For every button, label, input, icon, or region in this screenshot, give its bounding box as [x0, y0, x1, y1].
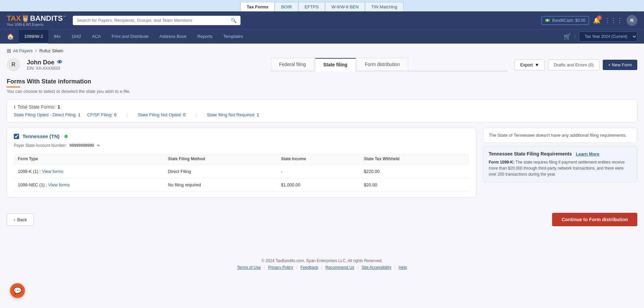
nav-address-book[interactable]: Address Book [154, 30, 192, 44]
pipe-3: | [321, 265, 322, 270]
payer-info: John Doe 👁 EIN: XX-XXXX833 [27, 59, 264, 71]
state-active-dot [64, 135, 68, 138]
withheld-1099k: $220.00 [360, 165, 469, 178]
back-label: Back [17, 217, 27, 222]
footer-links: Terms of Use | Privacy Policy | Feedback… [7, 265, 637, 270]
continue-button[interactable]: Continue to Form distribution [552, 213, 637, 226]
method-1099nec: No filing required [164, 178, 277, 192]
stat-cfsf: CF/SF Filing: 0 [87, 112, 116, 117]
new-form-button[interactable]: + New Form [603, 60, 637, 70]
search-input[interactable] [77, 18, 228, 23]
state-account: Payer State Account Number: 99999999999 … [14, 143, 469, 148]
export-label: Export [520, 62, 533, 67]
pipe-divider: | [40, 169, 42, 174]
account-label: Payer State Account Number: [14, 143, 67, 148]
top-nav-tax-forms[interactable]: Tax Forms [240, 2, 275, 11]
divider: | [574, 34, 576, 39]
top-nav-tin[interactable]: TIN Matching [365, 2, 404, 11]
user-avatar[interactable]: R [627, 15, 637, 26]
payer-name-row: John Doe 👁 [27, 59, 264, 66]
footer-actions: ‹ Back Continue to Form distribution [7, 207, 637, 232]
breadcrumb-separator: > [35, 48, 38, 53]
form-type-label: 1099-K (1) [18, 169, 38, 174]
footer-help-link[interactable]: Help [399, 265, 407, 270]
apps-grid-icon[interactable]: ⋮⋮⋮ [604, 17, 623, 24]
form-type-1099k: 1099-K (1) | View forms [14, 165, 164, 178]
nav-reports[interactable]: Reports [192, 30, 218, 44]
logo[interactable]: TAX🦉BANDITS™ Your 1099 & W2 Experts [7, 14, 66, 26]
nav-1042[interactable]: 1042 [66, 30, 87, 44]
stat-not-required-value: 1 [257, 112, 259, 117]
nav-1099-w2[interactable]: 1099/W-2 [19, 30, 48, 44]
breadcrumb: ⊞ All Payers > Rufuz Silwin [0, 44, 644, 58]
tab-state-filing[interactable]: State filing [315, 58, 356, 71]
drafts-errors-button[interactable]: Drafts and Errors (0) [548, 59, 599, 70]
breadcrumb-all-payers[interactable]: All Payers [13, 48, 33, 53]
stat-direct-filing-label: State Filing Opted - Direct Filing: [14, 112, 77, 117]
income-1099nec: $1,000.00 [277, 178, 360, 192]
top-navigation: Tax Forms BOIR EFTPS W-9/W-8 BEN TIN Mat… [0, 0, 644, 11]
footer-feedback-link[interactable]: Feedback [301, 265, 318, 270]
home-icon[interactable]: 🏠 [7, 29, 19, 44]
payer-header: R John Doe 👁 EIN: XX-XXXX833 Federal fil… [7, 58, 637, 71]
total-value: 1 [58, 104, 60, 110]
main-layout: Tennessee (TN) Payer State Account Numbe… [7, 128, 637, 197]
pipe-divider-2: | [46, 182, 48, 187]
stat-cfsf-value: 0 [114, 112, 116, 117]
search-bar[interactable]: 🔍 [73, 16, 240, 25]
back-button[interactable]: ‹ Back [7, 213, 34, 226]
breadcrumb-grid-icon: ⊞ [7, 48, 11, 54]
header-right: 💵 BanditCash: $0.00 🔔 0 ⋮⋮⋮ R [541, 15, 637, 26]
learn-more-link[interactable]: Learn More [576, 151, 599, 157]
nav-aca[interactable]: ACA [87, 30, 106, 44]
req-content: Form 1099-K: The state requires filing i… [489, 159, 632, 177]
logo-subtitle: Your 1099 & W2 Experts [7, 23, 66, 26]
info-icon: ℹ [14, 104, 15, 110]
footer-recommend-link[interactable]: Recommend Us [325, 265, 354, 270]
main-navigation: 🏠 1099/W-2 94x 1042 ACA Print and Distri… [0, 29, 644, 44]
logo-text: TAX🦉BANDITS™ [7, 14, 66, 23]
stat-direct-filing-value: 1 [78, 112, 80, 117]
tab-federal-filing[interactable]: Federal filing [271, 58, 314, 71]
notification-bell[interactable]: 🔔 0 [593, 17, 600, 24]
bandit-cash-label: BanditCash: $0.00 [552, 18, 585, 23]
cart-icon[interactable]: 🛒 [564, 33, 571, 40]
top-nav-w9[interactable]: W-9/W-8 BEN [325, 2, 365, 11]
filing-tabs: Federal filing State filing Form distrib… [271, 58, 508, 71]
state-checkbox[interactable] [14, 134, 19, 139]
notification-badge: 0 [597, 15, 602, 20]
view-forms-link-1099nec[interactable]: View forms [48, 182, 70, 187]
nav-print-distribute[interactable]: Print and Distribute [106, 30, 154, 44]
top-nav-boir[interactable]: BOIR [275, 2, 298, 11]
stat-divider-2: | [196, 112, 197, 117]
stat-not-opted-label: State Filing Not Opted: [138, 112, 182, 117]
tax-year-select[interactable]: Tax Year 2024 (Current) [579, 32, 637, 42]
total-state-forms: ℹ Total State Forms: 1 [14, 104, 630, 110]
stat-direct-filing: State Filing Opted - Direct Filing: 1 [14, 112, 80, 117]
bandit-cash-button[interactable]: 💵 BanditCash: $0.00 [541, 16, 589, 25]
edit-icon[interactable]: ✏ [97, 143, 100, 148]
left-panel: Tennessee (TN) Payer State Account Numbe… [7, 128, 476, 197]
col-form-type: Form Type [14, 153, 164, 165]
footer-privacy-link[interactable]: Privacy Policy [268, 265, 293, 270]
eye-icon[interactable]: 👁 [57, 59, 62, 65]
tab-form-distribution[interactable]: Form distribution [357, 58, 408, 71]
nav-templates[interactable]: Templates [218, 30, 249, 44]
content-area: R John Doe 👁 EIN: XX-XXXX833 Federal fil… [0, 58, 644, 238]
summary-box: ℹ Total State Forms: 1 State Filing Opte… [7, 99, 637, 122]
export-button[interactable]: Export ▼ [515, 59, 545, 70]
view-forms-link-1099k[interactable]: View forms [42, 169, 63, 174]
top-nav-eftps[interactable]: EFTPS [298, 2, 325, 11]
footer-terms-link[interactable]: Terms of Use [237, 265, 261, 270]
nav-94x[interactable]: 94x [48, 30, 66, 44]
state-info-box: The State of Tennessee doesn't have any … [483, 128, 637, 143]
method-1099k: Direct Filing [164, 165, 277, 178]
account-number: 99999999999 [69, 143, 94, 148]
footer-accessibility-link[interactable]: Site Accessibility [362, 265, 391, 270]
req-title-text: Tennessee State Filing Requirements [489, 151, 572, 157]
payer-actions: Export ▼ Drafts and Errors (0) + New For… [515, 59, 637, 70]
search-icon: 🔍 [231, 18, 236, 23]
summary-stats: State Filing Opted - Direct Filing: 1 CF… [14, 112, 630, 117]
state-table: Form Type State Filing Method State Inco… [14, 153, 469, 192]
section-title: Forms With State information [7, 78, 637, 87]
